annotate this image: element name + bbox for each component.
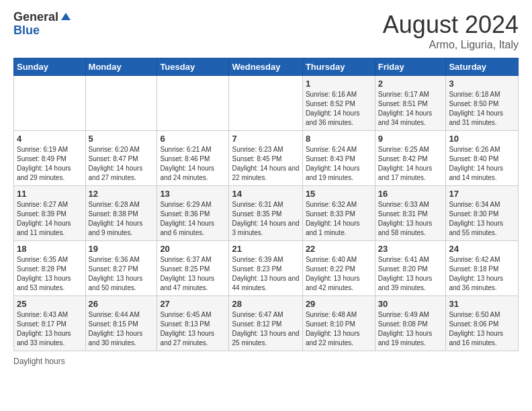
calendar-day-header: Tuesday: [157, 58, 229, 76]
calendar-day-header: Friday: [375, 58, 446, 76]
day-number: 9: [378, 134, 443, 144]
calendar-cell: 6Sunrise: 6:21 AM Sunset: 8:46 PM Daylig…: [157, 131, 229, 186]
calendar-cell: 18Sunrise: 6:35 AM Sunset: 8:28 PM Dayli…: [14, 241, 86, 296]
day-info: Sunrise: 6:45 AM Sunset: 8:13 PM Dayligh…: [160, 310, 226, 348]
month-year-title: August 2024: [383, 11, 519, 39]
day-info: Sunrise: 6:50 AM Sunset: 8:06 PM Dayligh…: [449, 310, 515, 348]
calendar-cell: 28Sunrise: 6:47 AM Sunset: 8:12 PM Dayli…: [229, 296, 302, 351]
day-info: Sunrise: 6:34 AM Sunset: 8:30 PM Dayligh…: [449, 200, 515, 238]
daylight-label: Daylight hours: [13, 357, 65, 366]
day-number: 24: [449, 244, 515, 254]
day-number: 27: [160, 299, 226, 309]
day-info: Sunrise: 6:18 AM Sunset: 8:50 PM Dayligh…: [449, 90, 515, 128]
location-title: Armo, Liguria, Italy: [383, 39, 519, 51]
calendar-cell: 11Sunrise: 6:27 AM Sunset: 8:39 PM Dayli…: [14, 186, 86, 241]
calendar-cell: 3Sunrise: 6:18 AM Sunset: 8:50 PM Daylig…: [446, 76, 519, 131]
day-number: 4: [17, 134, 83, 144]
calendar-week-row: 1Sunrise: 6:16 AM Sunset: 8:52 PM Daylig…: [14, 76, 519, 131]
calendar-cell: 26Sunrise: 6:44 AM Sunset: 8:15 PM Dayli…: [85, 296, 157, 351]
day-info: Sunrise: 6:25 AM Sunset: 8:42 PM Dayligh…: [378, 145, 443, 183]
calendar-cell: [85, 76, 157, 131]
calendar-cell: 20Sunrise: 6:37 AM Sunset: 8:25 PM Dayli…: [157, 241, 229, 296]
day-info: Sunrise: 6:29 AM Sunset: 8:36 PM Dayligh…: [160, 200, 226, 238]
day-info: Sunrise: 6:21 AM Sunset: 8:46 PM Dayligh…: [160, 145, 226, 183]
day-number: 12: [89, 189, 154, 199]
day-info: Sunrise: 6:40 AM Sunset: 8:22 PM Dayligh…: [306, 255, 372, 293]
calendar-cell: 29Sunrise: 6:48 AM Sunset: 8:10 PM Dayli…: [302, 296, 375, 351]
day-info: Sunrise: 6:26 AM Sunset: 8:40 PM Dayligh…: [449, 145, 515, 183]
day-number: 28: [232, 299, 299, 309]
logo-blue: Blue: [13, 24, 40, 37]
day-info: Sunrise: 6:17 AM Sunset: 8:51 PM Dayligh…: [378, 90, 443, 128]
calendar-cell: 5Sunrise: 6:20 AM Sunset: 8:47 PM Daylig…: [85, 131, 157, 186]
day-info: Sunrise: 6:31 AM Sunset: 8:35 PM Dayligh…: [232, 200, 299, 238]
day-number: 23: [378, 244, 443, 254]
day-info: Sunrise: 6:16 AM Sunset: 8:52 PM Dayligh…: [306, 90, 372, 128]
day-number: 11: [17, 189, 83, 199]
day-info: Sunrise: 6:33 AM Sunset: 8:31 PM Dayligh…: [378, 200, 443, 238]
calendar-cell: 7Sunrise: 6:23 AM Sunset: 8:45 PM Daylig…: [229, 131, 302, 186]
day-number: 22: [306, 244, 372, 254]
day-number: 10: [449, 134, 515, 144]
calendar-cell: 4Sunrise: 6:19 AM Sunset: 8:49 PM Daylig…: [14, 131, 86, 186]
day-number: 20: [160, 244, 226, 254]
calendar-cell: 17Sunrise: 6:34 AM Sunset: 8:30 PM Dayli…: [446, 186, 519, 241]
calendar-day-header: Sunday: [14, 58, 86, 76]
calendar-cell: 30Sunrise: 6:49 AM Sunset: 8:08 PM Dayli…: [375, 296, 446, 351]
calendar-week-row: 18Sunrise: 6:35 AM Sunset: 8:28 PM Dayli…: [14, 241, 519, 296]
day-info: Sunrise: 6:42 AM Sunset: 8:18 PM Dayligh…: [449, 255, 515, 293]
day-info: Sunrise: 6:32 AM Sunset: 8:33 PM Dayligh…: [306, 200, 372, 238]
day-number: 15: [306, 189, 372, 199]
logo-general: General: [13, 11, 58, 24]
calendar-cell: 31Sunrise: 6:50 AM Sunset: 8:06 PM Dayli…: [446, 296, 519, 351]
calendar-cell: 15Sunrise: 6:32 AM Sunset: 8:33 PM Dayli…: [302, 186, 375, 241]
day-info: Sunrise: 6:28 AM Sunset: 8:38 PM Dayligh…: [89, 200, 154, 238]
day-number: 2: [378, 79, 443, 89]
day-info: Sunrise: 6:37 AM Sunset: 8:25 PM Dayligh…: [160, 255, 226, 293]
day-info: Sunrise: 6:36 AM Sunset: 8:27 PM Dayligh…: [89, 255, 154, 293]
title-block: August 2024 Armo, Liguria, Italy: [383, 11, 519, 51]
day-number: 26: [89, 299, 154, 309]
day-number: 8: [306, 134, 372, 144]
day-info: Sunrise: 6:47 AM Sunset: 8:12 PM Dayligh…: [232, 310, 299, 348]
day-info: Sunrise: 6:23 AM Sunset: 8:45 PM Dayligh…: [232, 145, 299, 183]
calendar-cell: 19Sunrise: 6:36 AM Sunset: 8:27 PM Dayli…: [85, 241, 157, 296]
day-number: 31: [449, 299, 515, 309]
calendar-day-header: Saturday: [446, 58, 519, 76]
day-number: 7: [232, 134, 299, 144]
calendar-cell: 13Sunrise: 6:29 AM Sunset: 8:36 PM Dayli…: [157, 186, 229, 241]
day-number: 14: [232, 189, 299, 199]
day-number: 30: [378, 299, 443, 309]
calendar-cell: 16Sunrise: 6:33 AM Sunset: 8:31 PM Dayli…: [375, 186, 446, 241]
day-info: Sunrise: 6:44 AM Sunset: 8:15 PM Dayligh…: [89, 310, 154, 348]
day-number: 29: [306, 299, 372, 309]
day-number: 3: [449, 79, 515, 89]
day-info: Sunrise: 6:24 AM Sunset: 8:43 PM Dayligh…: [306, 145, 372, 183]
calendar-day-header: Monday: [85, 58, 157, 76]
day-number: 13: [160, 189, 226, 199]
day-number: 1: [306, 79, 372, 89]
calendar-cell: 21Sunrise: 6:39 AM Sunset: 8:23 PM Dayli…: [229, 241, 302, 296]
day-number: 5: [89, 134, 154, 144]
day-info: Sunrise: 6:35 AM Sunset: 8:28 PM Dayligh…: [17, 255, 83, 293]
calendar-day-header: Thursday: [302, 58, 375, 76]
day-number: 6: [160, 134, 226, 144]
day-info: Sunrise: 6:39 AM Sunset: 8:23 PM Dayligh…: [232, 255, 299, 293]
day-info: Sunrise: 6:48 AM Sunset: 8:10 PM Dayligh…: [306, 310, 372, 348]
day-number: 21: [232, 244, 299, 254]
calendar-cell: 1Sunrise: 6:16 AM Sunset: 8:52 PM Daylig…: [302, 76, 375, 131]
logo: General Blue: [13, 11, 72, 38]
day-info: Sunrise: 6:43 AM Sunset: 8:17 PM Dayligh…: [17, 310, 83, 348]
calendar-table: SundayMondayTuesdayWednesdayThursdayFrid…: [13, 58, 519, 351]
calendar-cell: 24Sunrise: 6:42 AM Sunset: 8:18 PM Dayli…: [446, 241, 519, 296]
day-number: 25: [17, 299, 83, 309]
day-info: Sunrise: 6:20 AM Sunset: 8:47 PM Dayligh…: [89, 145, 154, 183]
day-number: 18: [17, 244, 83, 254]
calendar-cell: 22Sunrise: 6:40 AM Sunset: 8:22 PM Dayli…: [302, 241, 375, 296]
calendar-cell: 14Sunrise: 6:31 AM Sunset: 8:35 PM Dayli…: [229, 186, 302, 241]
calendar-cell: 12Sunrise: 6:28 AM Sunset: 8:38 PM Dayli…: [85, 186, 157, 241]
day-number: 16: [378, 189, 443, 199]
footer: Daylight hours: [13, 357, 519, 366]
calendar-week-row: 4Sunrise: 6:19 AM Sunset: 8:49 PM Daylig…: [14, 131, 519, 186]
calendar-cell: 9Sunrise: 6:25 AM Sunset: 8:42 PM Daylig…: [375, 131, 446, 186]
